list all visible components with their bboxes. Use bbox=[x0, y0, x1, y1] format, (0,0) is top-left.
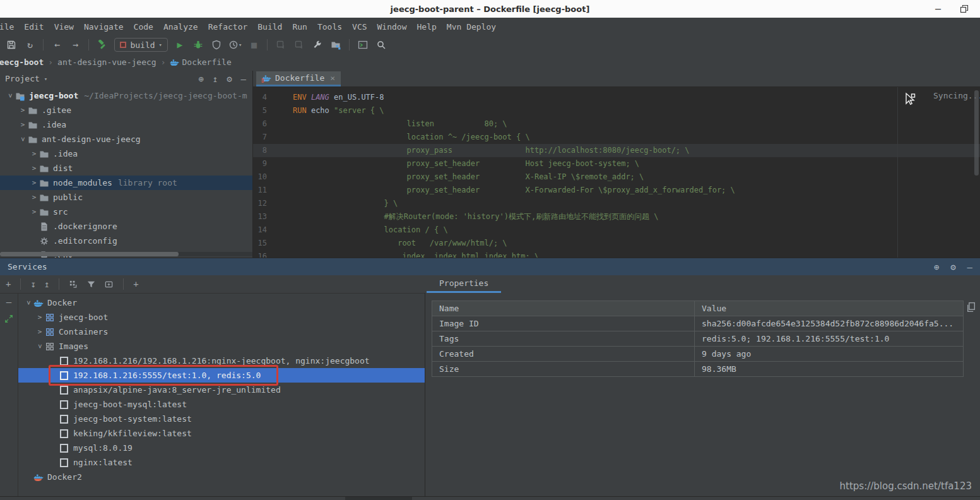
chevron-expanded-icon[interactable]: > bbox=[6, 91, 15, 101]
expand-window-icon[interactable] bbox=[4, 314, 13, 323]
tree-item-project-root[interactable]: > jeecg-boot ~/IdeaProjects/jeecg-jeecg-… bbox=[0, 88, 252, 103]
tree-item-src[interactable]: > src bbox=[0, 205, 252, 219]
back-button[interactable]: ← bbox=[50, 38, 63, 52]
chevron-collapsed-icon[interactable]: > bbox=[35, 328, 45, 336]
search-everywhere-button[interactable] bbox=[375, 38, 387, 52]
table-row[interactable]: Tags redis:5.0; 192.168.1.216:5555/test:… bbox=[432, 331, 963, 347]
chevron-collapsed-icon[interactable]: > bbox=[35, 313, 45, 321]
horizontal-scrollbar[interactable] bbox=[0, 252, 252, 256]
event-log-button[interactable]: Event Log bbox=[933, 497, 980, 500]
locate-button[interactable]: ⊕ bbox=[934, 262, 939, 272]
hide-panel-button[interactable]: — bbox=[241, 74, 246, 84]
chevron-collapsed-icon[interactable]: > bbox=[29, 150, 39, 158]
tab-dockerfile[interactable]: D Dockerfile × bbox=[256, 71, 341, 86]
debug-button[interactable] bbox=[192, 38, 204, 52]
filter-button[interactable] bbox=[86, 280, 96, 289]
forward-button[interactable]: → bbox=[69, 38, 81, 52]
tree-item-jeecg-boot-service[interactable]: > jeecg-boot bbox=[18, 310, 425, 324]
tree-item-image-nginx[interactable]: nginx:latest bbox=[18, 455, 425, 470]
tree-item-docker2[interactable]: Docker2 bbox=[18, 470, 425, 484]
tree-item-image-jeecg-boot-mysql[interactable]: jeecg-boot-mysql:latest bbox=[18, 397, 425, 412]
editor-scrollbar-thumb[interactable] bbox=[974, 90, 979, 176]
breadcrumb-module[interactable]: ant-design-vue-jeecg bbox=[57, 57, 156, 67]
save-button[interactable] bbox=[5, 38, 18, 52]
tree-item-image-kkfileview[interactable]: keking/kkfileview:latest bbox=[18, 426, 425, 441]
code-editor[interactable]: 4 ENV LANG en_US.UTF-8 5 RUN echo "serve… bbox=[253, 87, 980, 258]
menu-mvn-deploy[interactable]: Mvn Deploy bbox=[442, 22, 501, 32]
hide-panel-button[interactable]: — bbox=[967, 262, 972, 272]
tree-item-public[interactable]: > public bbox=[0, 190, 252, 205]
chevron-collapsed-icon[interactable]: > bbox=[29, 164, 39, 172]
stop-button[interactable]: ■ bbox=[247, 38, 260, 52]
menu-analyze[interactable]: Analyze bbox=[158, 22, 203, 32]
tree-item-dockerignore[interactable]: .dockerignore bbox=[0, 219, 252, 234]
project-structure-button[interactable] bbox=[329, 38, 342, 52]
chevron-expanded-icon[interactable]: > bbox=[36, 342, 44, 352]
expand-all-button[interactable]: ↧ bbox=[30, 279, 35, 289]
project-panel-title[interactable]: Project bbox=[5, 74, 40, 83]
menu-view[interactable]: View bbox=[49, 22, 79, 32]
toolwindow-services[interactable]: 8: Services bbox=[345, 497, 412, 500]
collapse-all-button[interactable]: ↥ bbox=[44, 279, 49, 289]
copy-icon[interactable] bbox=[965, 302, 976, 312]
tree-item-image-test-redis[interactable]: 192.168.1.216:5555/test:1.0, redis:5.0 bbox=[18, 368, 425, 383]
tree-item-node-modules[interactable]: > node_modules library root bbox=[0, 176, 252, 190]
group-by-button[interactable] bbox=[69, 280, 78, 289]
menu-code[interactable]: Code bbox=[129, 22, 158, 32]
tree-item-image-mysql[interactable]: mysql:8.0.19 bbox=[18, 441, 425, 455]
add-service-button[interactable]: + bbox=[6, 279, 11, 289]
close-tab-icon[interactable]: × bbox=[330, 73, 335, 83]
breadcrumb-project[interactable]: jeecg-boot bbox=[0, 57, 44, 67]
menu-help[interactable]: Help bbox=[412, 22, 442, 32]
tree-item-docker[interactable]: > Docker bbox=[18, 295, 425, 310]
sync-button[interactable]: ↻ bbox=[23, 38, 36, 52]
hide-button[interactable]: — bbox=[6, 297, 11, 307]
tree-item-images[interactable]: > Images bbox=[18, 339, 425, 354]
toolwindow-spring[interactable]: Spring bbox=[533, 497, 577, 500]
toolwindow-redis-console[interactable]: Redis Manager Console bbox=[224, 497, 328, 500]
menu-edit[interactable]: Edit bbox=[19, 22, 49, 32]
scrollbar-thumb[interactable] bbox=[0, 252, 179, 256]
toolwindow-problems[interactable]: 6: Problems bbox=[14, 497, 81, 500]
chevron-collapsed-icon[interactable]: > bbox=[18, 121, 28, 129]
chevron-expanded-icon[interactable]: > bbox=[19, 134, 27, 145]
menu-file[interactable]: File bbox=[0, 22, 19, 32]
wrench-settings-button[interactable] bbox=[311, 38, 324, 52]
menu-navigate[interactable]: Navigate bbox=[79, 22, 129, 32]
tree-item-image-alpine-java[interactable]: anapsix/alpine-java:8_server-jre_unlimit… bbox=[18, 383, 425, 397]
add-button[interactable]: + bbox=[133, 279, 138, 289]
breadcrumb-file[interactable]: Dockerfile bbox=[182, 57, 231, 67]
toolwindow-todo[interactable]: TODO bbox=[98, 497, 135, 500]
tree-item-gitee[interactable]: > .gitee bbox=[0, 103, 252, 117]
panel-settings-button[interactable]: ⚙ bbox=[227, 74, 232, 84]
chevron-expanded-icon[interactable]: > bbox=[25, 298, 33, 308]
run-button[interactable]: ▶ bbox=[174, 38, 186, 52]
chevron-collapsed-icon[interactable]: > bbox=[29, 193, 39, 201]
locate-file-button[interactable]: ⊕ bbox=[198, 74, 203, 84]
menu-refactor[interactable]: Refactor bbox=[203, 22, 253, 32]
tab-properties[interactable]: Properties bbox=[427, 275, 501, 293]
panel-settings-button[interactable]: ⚙ bbox=[950, 262, 955, 272]
chevron-collapsed-icon[interactable]: > bbox=[29, 208, 39, 216]
tree-item-containers[interactable]: > Containers bbox=[18, 324, 425, 339]
build-hammer-button[interactable] bbox=[96, 38, 109, 52]
menu-build[interactable]: Build bbox=[252, 22, 287, 32]
menu-vcs[interactable]: VCS bbox=[347, 22, 372, 32]
add-frame-button[interactable] bbox=[104, 280, 114, 289]
run-anything-button[interactable] bbox=[357, 38, 369, 52]
update-application-button[interactable] bbox=[293, 38, 305, 52]
table-row[interactable]: Created 9 days ago bbox=[432, 347, 963, 362]
table-row[interactable]: Image ID sha256:d00afcde654e3125384d52fb… bbox=[432, 316, 963, 331]
tree-item-idea[interactable]: > .idea bbox=[0, 117, 252, 132]
tree-item-editorconfig[interactable]: .editorconfig bbox=[0, 234, 252, 248]
tree-item-image-nginx-jeecgboot[interactable]: 192.168.1.216/192.168.1.216:nginx-jeecgb… bbox=[18, 354, 425, 368]
chevron-collapsed-icon[interactable]: > bbox=[18, 106, 28, 114]
minimize-button[interactable]: — bbox=[935, 6, 941, 12]
chevron-collapsed-icon[interactable]: > bbox=[29, 179, 39, 187]
tree-item-ant-design-vue-jeecg[interactable]: > ant-design-vue-jeecg bbox=[0, 132, 252, 146]
profiler-button[interactable]: ▾ bbox=[228, 38, 242, 52]
toolwindow-terminal[interactable]: Terminal bbox=[153, 497, 206, 500]
menu-tools[interactable]: Tools bbox=[312, 22, 347, 32]
tree-item-image-jeecg-boot-system[interactable]: jeecg-boot-system:latest bbox=[18, 412, 425, 426]
attach-debugger-button[interactable] bbox=[275, 38, 287, 52]
